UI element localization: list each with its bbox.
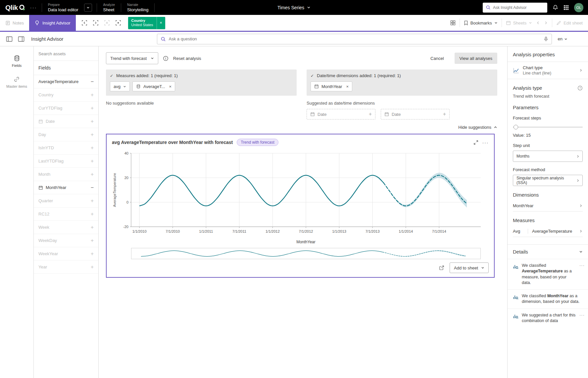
remove-field-icon[interactable]: −	[91, 185, 94, 191]
add-field-icon[interactable]: +	[91, 238, 94, 244]
suggested-dimension-date-1[interactable]: Date +	[307, 109, 375, 119]
add-field-icon[interactable]: +	[91, 118, 94, 124]
field-item-lastytdflag[interactable]: LastYTDFlag +	[34, 155, 98, 168]
clear-selection-icon[interactable]: ×	[157, 17, 165, 29]
add-dimension-icon[interactable]: +	[369, 111, 372, 117]
add-field-icon[interactable]: +	[91, 264, 94, 270]
notifications-bell-icon[interactable]	[553, 5, 558, 10]
next-sheet-icon[interactable]	[544, 21, 548, 25]
chart-navigator[interactable]	[131, 248, 481, 259]
field-item-isinytd[interactable]: IsInYTD +	[34, 141, 98, 155]
no-suggestions-text: No suggestions available	[106, 101, 297, 106]
sheets-button[interactable]: Sheets	[506, 21, 532, 25]
remove-dimension-icon[interactable]: ×	[346, 84, 349, 89]
add-field-icon[interactable]: +	[91, 251, 94, 257]
remove-measure-icon[interactable]: ×	[169, 84, 172, 89]
svg-text:1/1/2011: 1/1/2011	[199, 229, 213, 233]
add-field-icon[interactable]: +	[91, 158, 94, 164]
slider-thumb[interactable]	[514, 125, 518, 129]
cancel-button[interactable]: Cancel	[424, 53, 450, 64]
chart-menu-icon[interactable]: ···	[482, 140, 489, 145]
nav-prepare[interactable]: Prepare Data load editor	[42, 0, 84, 15]
field-item-averagetemperature[interactable]: AverageTemperature −	[34, 75, 98, 88]
detail-menu-icon[interactable]: ···	[579, 263, 585, 268]
selection-chip-country[interactable]: Country United States ×	[128, 17, 165, 29]
measure-row[interactable]: Avg AverageTemperature	[513, 226, 583, 237]
field-item-monthyear[interactable]: MonthYear −	[34, 181, 98, 194]
toggle-right-panel-icon[interactable]	[17, 35, 25, 43]
add-field-icon[interactable]: +	[91, 132, 94, 138]
dimension-chip[interactable]: MonthYear ×	[311, 81, 352, 91]
toggle-left-panel-icon[interactable]	[5, 35, 13, 43]
data-load-editor-dropdown[interactable]	[84, 4, 92, 12]
detail-menu-icon[interactable]: ···	[579, 312, 585, 317]
step-back-selection-icon[interactable]	[79, 18, 90, 28]
clear-selections-icon[interactable]	[102, 18, 112, 28]
insight-advisor-button[interactable]: Insight Advisor	[29, 15, 76, 31]
info-icon[interactable]	[163, 56, 169, 61]
field-item-week[interactable]: Week +	[34, 221, 98, 234]
app-title-dropdown[interactable]: Times Series	[277, 5, 311, 10]
forecast-method-select[interactable]: Singular spectrum analysis (SSA)	[513, 175, 583, 186]
details-section-header[interactable]: Details	[508, 245, 588, 259]
add-field-icon[interactable]: +	[91, 198, 94, 204]
field-item-weekday[interactable]: WeekDay +	[34, 234, 98, 247]
insight-advisor-search-input[interactable]	[493, 5, 544, 10]
rail-item-fields[interactable]: Fields	[0, 52, 33, 71]
language-selector[interactable]: en	[558, 36, 567, 41]
user-avatar[interactable]: OL	[574, 3, 583, 12]
field-item-curytdflag[interactable]: CurYTDFlag +	[34, 102, 98, 115]
field-item-year[interactable]: Year +	[34, 260, 98, 274]
step-unit-select[interactable]: Months	[513, 151, 583, 162]
view-all-analyses-button[interactable]: View all analyses	[455, 53, 497, 64]
app-launcher-grid-icon[interactable]	[564, 5, 569, 10]
add-field-icon[interactable]: +	[91, 145, 94, 151]
measure-chip[interactable]: AverageT... ×	[132, 81, 175, 91]
edit-sheet-button[interactable]: Edit sheet	[556, 21, 583, 25]
open-in-new-icon[interactable]	[439, 265, 444, 270]
sheet-layout-icon[interactable]	[450, 20, 456, 25]
field-item-quarter[interactable]: Quarter +	[34, 194, 98, 208]
remove-field-icon[interactable]: −	[91, 79, 94, 85]
add-field-icon[interactable]: +	[91, 224, 94, 230]
question-input[interactable]	[169, 36, 541, 41]
selections-tool-icon[interactable]	[113, 18, 123, 28]
slider-track[interactable]	[513, 127, 583, 127]
notes-button[interactable]: Notes	[0, 15, 29, 31]
chart-type-row[interactable]: Chart type Line chart (line)	[508, 62, 588, 79]
field-item-day[interactable]: Day +	[34, 128, 98, 141]
add-field-icon[interactable]: +	[91, 105, 94, 111]
bookmarks-button[interactable]: Bookmarks	[464, 21, 498, 25]
help-icon[interactable]: ?	[577, 85, 583, 91]
reset-analysis-button[interactable]: Reset analysis	[173, 56, 201, 61]
field-item-country[interactable]: Country +	[34, 88, 98, 102]
suggested-dimension-date-2[interactable]: Date +	[381, 109, 450, 119]
field-item-date[interactable]: Date +	[34, 115, 98, 128]
forecast-steps-slider[interactable]	[513, 124, 583, 130]
qlik-logo[interactable]: Qlik	[5, 4, 25, 12]
expand-chart-icon[interactable]	[473, 140, 478, 145]
global-more-icon[interactable]: ···	[30, 5, 37, 10]
step-forward-selection-icon[interactable]	[90, 18, 101, 28]
microphone-icon[interactable]	[544, 36, 548, 42]
add-field-icon[interactable]: +	[91, 171, 94, 177]
add-dimension-icon[interactable]: +	[443, 111, 446, 117]
add-to-sheet-button[interactable]: Add to sheet	[450, 262, 489, 273]
nav-analyze[interactable]: Analyze Sheet	[97, 0, 121, 15]
add-field-icon[interactable]: +	[91, 211, 94, 217]
hide-suggestions-button[interactable]: Hide suggestions	[458, 125, 497, 130]
insight-advisor-search[interactable]	[483, 3, 547, 13]
field-item-rc12[interactable]: RC12 +	[34, 208, 98, 221]
dimension-row[interactable]: MonthYear	[513, 200, 583, 212]
question-search-bar[interactable]	[157, 34, 552, 44]
field-item-month[interactable]: Month +	[34, 168, 98, 181]
previous-sheet-icon[interactable]	[536, 21, 540, 25]
chart-card[interactable]: avg AverageTemperature over MonthYear wi…	[106, 134, 495, 278]
nav-narrate[interactable]: Narrate Storytelling	[121, 0, 154, 15]
rail-item-master-items[interactable]: Master items	[0, 73, 33, 92]
search-assets-input[interactable]: Search assets	[34, 46, 98, 61]
field-item-weekyear[interactable]: WeekYear +	[34, 247, 98, 260]
add-field-icon[interactable]: +	[91, 92, 94, 98]
aggregation-dropdown[interactable]: avg	[110, 81, 130, 91]
analysis-type-dropdown[interactable]: Trend with forecast	[106, 52, 158, 64]
